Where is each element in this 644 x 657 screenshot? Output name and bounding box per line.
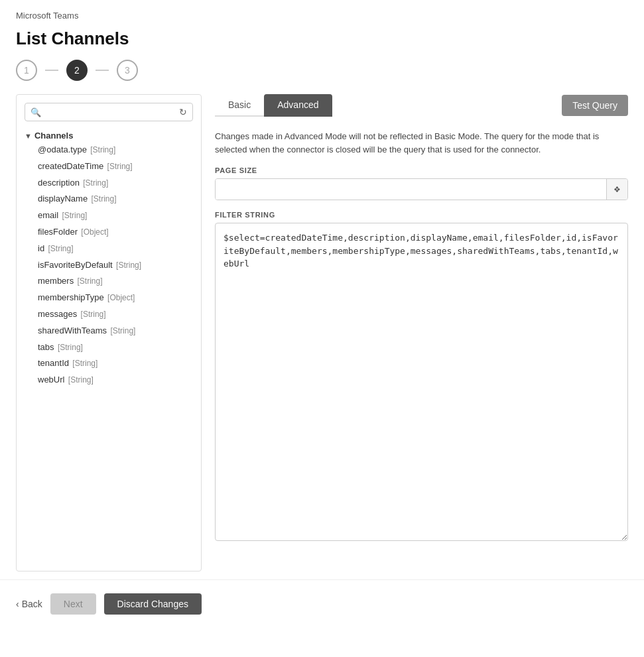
tab-basic[interactable]: Basic bbox=[215, 94, 264, 117]
search-input[interactable] bbox=[45, 107, 175, 117]
back-button[interactable]: ‹ Back bbox=[16, 599, 42, 609]
filter-string-textarea[interactable]: $select=createdDateTime,description,disp… bbox=[215, 223, 628, 541]
discard-changes-button[interactable]: Discard Changes bbox=[104, 593, 202, 615]
tab-advanced[interactable]: Advanced bbox=[264, 94, 332, 117]
list-item[interactable]: filesFolder [Object] bbox=[38, 224, 193, 241]
list-item[interactable]: webUrl [String] bbox=[38, 372, 193, 388]
list-item[interactable]: id [String] bbox=[38, 241, 193, 257]
step-1: 1 bbox=[16, 60, 37, 81]
list-item[interactable]: description [String] bbox=[38, 175, 193, 192]
refresh-icon[interactable]: ↻ bbox=[179, 107, 187, 117]
next-button[interactable]: Next bbox=[50, 593, 96, 615]
left-panel: 🔍 ↻ ▼ Channels @odata.type [String] crea… bbox=[16, 94, 202, 571]
page-size-row: PAGE SIZE ❖ bbox=[215, 166, 628, 200]
breadcrumb-link[interactable]: Microsoft Teams bbox=[16, 11, 78, 21]
right-panel: Basic Advanced Test Query Changes made i… bbox=[202, 94, 628, 571]
tree-parent-channels[interactable]: ▼ Channels bbox=[25, 129, 193, 142]
list-item[interactable]: email [String] bbox=[38, 208, 193, 224]
list-item[interactable]: tenantId [String] bbox=[38, 355, 193, 372]
back-arrow-icon: ‹ bbox=[16, 599, 19, 609]
info-text: Changes made in Advanced Mode will not b… bbox=[215, 125, 628, 156]
list-item[interactable]: membershipType [Object] bbox=[38, 290, 193, 306]
back-label: Back bbox=[22, 599, 42, 609]
filter-string-label: FILTER STRING bbox=[215, 211, 628, 219]
tree-children: @odata.type [String] createdDateTime [St… bbox=[38, 142, 193, 388]
page-title: List Channels bbox=[0, 21, 644, 60]
list-item[interactable]: members [String] bbox=[38, 273, 193, 290]
breadcrumb: Microsoft Teams bbox=[0, 0, 644, 21]
step-2: 2 bbox=[66, 60, 88, 81]
tab-bar: Basic Advanced bbox=[215, 94, 332, 117]
search-icon: 🔍 bbox=[31, 107, 41, 117]
object-fields-tree: ▼ Channels @odata.type [String] createdD… bbox=[25, 129, 193, 388]
tree-parent-label: Channels bbox=[34, 131, 74, 141]
page-size-variable-btn[interactable]: ❖ bbox=[606, 179, 627, 200]
list-item[interactable]: createdDateTime [String] bbox=[38, 158, 193, 175]
list-item[interactable]: tabs [String] bbox=[38, 339, 193, 356]
list-item[interactable]: isFavoriteByDefault [String] bbox=[38, 257, 193, 274]
step-connector-2 bbox=[96, 70, 109, 71]
list-item[interactable]: @odata.type [String] bbox=[38, 142, 193, 158]
page-size-input-wrap: ❖ bbox=[215, 178, 628, 200]
filter-string-row: FILTER STRING $select=createdDateTime,de… bbox=[215, 211, 628, 543]
step-3: 3 bbox=[117, 60, 138, 81]
list-item[interactable]: displayName [String] bbox=[38, 191, 193, 208]
step-connector-1 bbox=[45, 70, 58, 71]
test-query-button[interactable]: Test Query bbox=[562, 95, 628, 116]
main-layout: 🔍 ↻ ▼ Channels @odata.type [String] crea… bbox=[0, 94, 644, 571]
step-indicator: 1 2 3 bbox=[0, 60, 644, 94]
tree-arrow: ▼ bbox=[25, 132, 32, 140]
page-size-label: PAGE SIZE bbox=[215, 166, 628, 174]
footer: ‹ Back Next Discard Changes bbox=[0, 579, 644, 628]
page-size-input[interactable] bbox=[216, 179, 606, 200]
list-item[interactable]: sharedWithTeams [String] bbox=[38, 323, 193, 339]
top-row: Basic Advanced Test Query bbox=[215, 94, 628, 117]
search-box: 🔍 ↻ bbox=[25, 103, 193, 121]
list-item[interactable]: messages [String] bbox=[38, 306, 193, 323]
